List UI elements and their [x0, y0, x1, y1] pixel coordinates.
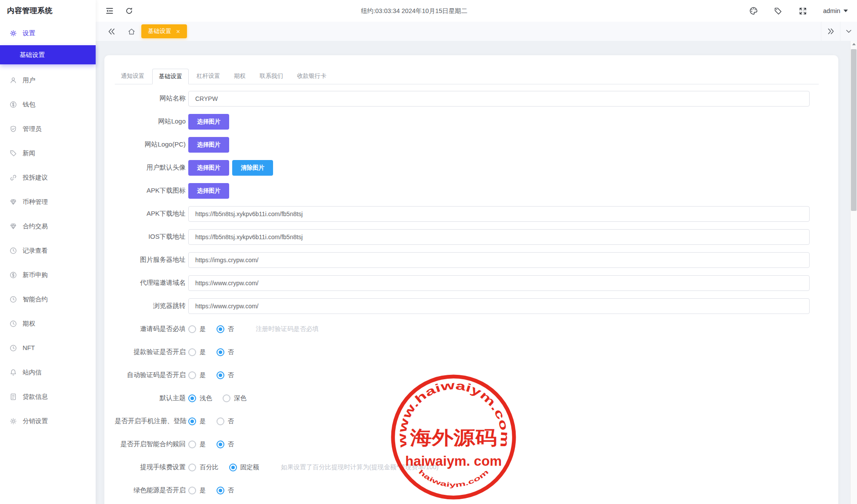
- sidebar-item-label: 记录查看: [23, 247, 48, 255]
- smart-contract-redeem-no-radio[interactable]: [217, 441, 224, 448]
- close-icon[interactable]: [176, 29, 180, 34]
- withdraw-fee-percent-radio[interactable]: [188, 464, 196, 471]
- clock-icon: [10, 296, 17, 303]
- shield-check-icon: [10, 125, 17, 133]
- top-navbar: 纽约:03:03:34 2024年10月15日星期二 admin: [96, 0, 857, 22]
- refresh-icon: [125, 7, 133, 15]
- tag-icon: [774, 7, 782, 15]
- user-menu[interactable]: admin: [823, 0, 848, 22]
- select-image-button[interactable]: 选择图片: [188, 137, 229, 153]
- sidebar-item-news[interactable]: 新闻: [0, 141, 96, 165]
- sidebar-item-admins[interactable]: 管理员: [0, 117, 96, 141]
- apk-download-url-input[interactable]: [188, 206, 810, 222]
- auto-captcha-yes-radio[interactable]: [188, 371, 196, 379]
- tab-bank-cards[interactable]: 收款银行卡: [291, 68, 333, 84]
- tag-basic-settings[interactable]: 基础设置: [141, 24, 187, 38]
- sidebar-item-distribution-settings[interactable]: 分销设置: [0, 409, 96, 433]
- agent-invite-domain-input[interactable]: [188, 275, 810, 291]
- phone-register-yes-radio[interactable]: [188, 417, 196, 425]
- smart-contract-redeem-yes-radio[interactable]: [188, 441, 196, 448]
- scrollbar-up-arrow[interactable]: [850, 41, 857, 47]
- sidebar-item-records[interactable]: 记录查看: [0, 238, 96, 263]
- green-energy-yes-radio[interactable]: [188, 487, 196, 494]
- radio-label[interactable]: 百分比: [200, 463, 219, 471]
- select-image-button[interactable]: 选择图片: [188, 114, 229, 130]
- field-label: IOS下载地址: [115, 233, 186, 241]
- radio-label[interactable]: 否: [228, 348, 234, 356]
- radio-label[interactable]: 否: [228, 325, 234, 333]
- image-server-url-input[interactable]: [188, 252, 810, 268]
- sidebar-item-nft[interactable]: NFT: [0, 336, 96, 360]
- sidebar-item-settings[interactable]: 设置: [0, 21, 96, 45]
- sidebar-item-label: 新闻: [23, 149, 35, 157]
- green-energy-no-radio[interactable]: [217, 487, 224, 494]
- document-icon: [10, 393, 17, 401]
- settings-card: 通知设置 基础设置 杠杆设置 期权 联系我们 收款银行卡 网站名称 网站Logo…: [104, 55, 838, 504]
- withdraw-fee-fixed-radio[interactable]: [229, 464, 237, 471]
- sidebar-item-smart-contract[interactable]: 智能合约: [0, 287, 96, 311]
- invite-code-required-yes-radio[interactable]: [188, 325, 196, 333]
- sidebar-item-label: 投拆建议: [23, 174, 48, 182]
- refresh-button[interactable]: [125, 0, 133, 22]
- sidebar-item-basic-settings[interactable]: 基础设置: [0, 45, 96, 64]
- ios-download-url-input[interactable]: [188, 229, 810, 245]
- clear-image-button[interactable]: 清除图片: [232, 160, 273, 176]
- radio-label[interactable]: 否: [228, 371, 234, 379]
- sidebar-item-label: 基础设置: [20, 51, 45, 59]
- radio-label[interactable]: 是: [200, 371, 206, 379]
- radio-label[interactable]: 是: [200, 348, 206, 356]
- sidebar-item-feedback[interactable]: 投拆建议: [0, 165, 96, 190]
- sidebar-item-label: 钱包: [23, 100, 35, 109]
- sidebar-item-loan-info[interactable]: 贷款信息: [0, 384, 96, 409]
- sidebar-item-label: 管理员: [23, 125, 42, 133]
- tab-notification-settings[interactable]: 通知设置: [115, 68, 150, 84]
- collapse-sidebar-button[interactable]: [105, 0, 114, 22]
- theme-button[interactable]: [749, 0, 758, 22]
- withdraw-verify-yes-radio[interactable]: [188, 348, 196, 356]
- field-label: 网站Logo(PC): [115, 140, 186, 149]
- sidebar-item-contract-trading[interactable]: 合约交易: [0, 214, 96, 238]
- sidebar-item-label: 设置: [23, 29, 35, 37]
- home-button[interactable]: [127, 22, 136, 41]
- browser-redirect-input[interactable]: [188, 298, 810, 314]
- scroll-tags-right-button[interactable]: [821, 22, 840, 41]
- sidebar-item-new-coin-subscription[interactable]: 新币申购: [0, 263, 96, 287]
- scrollbar-thumb[interactable]: [851, 49, 857, 211]
- sidebar-item-site-messages[interactable]: 站内信: [0, 360, 96, 384]
- tab-options[interactable]: 期权: [228, 68, 252, 84]
- select-image-button[interactable]: 选择图片: [188, 160, 229, 176]
- theme-light-radio[interactable]: [188, 394, 196, 402]
- select-image-button[interactable]: 选择图片: [188, 183, 229, 199]
- tab-leverage-settings[interactable]: 杠杆设置: [190, 68, 226, 84]
- radio-label[interactable]: 是: [200, 440, 206, 448]
- radio-label[interactable]: 固定额: [240, 463, 260, 471]
- tab-contact-us[interactable]: 联系我们: [253, 68, 289, 84]
- radio-label[interactable]: 否: [228, 440, 234, 448]
- vertical-scrollbar[interactable]: [850, 41, 857, 504]
- tags-menu-button[interactable]: [840, 22, 857, 41]
- radio-label[interactable]: 深色: [234, 394, 247, 402]
- theme-dark-radio[interactable]: [223, 394, 230, 402]
- site-name-input[interactable]: [188, 91, 810, 107]
- radio-label[interactable]: 是: [200, 486, 206, 494]
- sidebar-item-coin-management[interactable]: 币种管理: [0, 190, 96, 214]
- radio-label[interactable]: 否: [228, 417, 234, 425]
- radio-label[interactable]: 浅色: [200, 394, 212, 402]
- scroll-tags-left-button[interactable]: [107, 22, 116, 41]
- auto-captcha-no-radio[interactable]: [217, 371, 224, 379]
- sidebar-item-wallet[interactable]: 钱包: [0, 92, 96, 117]
- tags-view-button[interactable]: [774, 0, 782, 22]
- sidebar-item-label: 期权: [23, 320, 35, 328]
- radio-label[interactable]: 否: [228, 486, 234, 494]
- sidebar-item-label: 新币申购: [23, 271, 48, 279]
- fullscreen-button[interactable]: [799, 0, 807, 22]
- invite-code-required-no-radio[interactable]: [217, 325, 224, 333]
- withdraw-verify-no-radio[interactable]: [217, 348, 224, 356]
- form-row-default-avatar: 用户默认头像 选择图片 清除图片: [115, 156, 838, 179]
- phone-register-no-radio[interactable]: [217, 417, 224, 425]
- sidebar-item-options[interactable]: 期权: [0, 311, 96, 336]
- tab-basic-settings[interactable]: 基础设置: [152, 69, 189, 84]
- sidebar-item-users[interactable]: 用户: [0, 68, 96, 92]
- radio-label[interactable]: 是: [200, 325, 206, 333]
- radio-label[interactable]: 是: [200, 417, 206, 425]
